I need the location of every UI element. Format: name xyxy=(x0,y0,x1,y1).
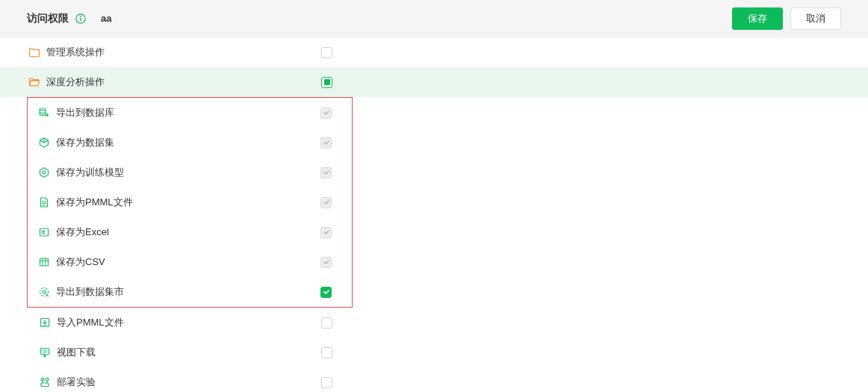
datamart-icon xyxy=(38,286,50,298)
pmml-file-icon xyxy=(38,196,50,208)
svg-point-8 xyxy=(43,290,46,293)
save-button[interactable]: 保存 xyxy=(732,7,783,30)
row-import-pmml[interactable]: 导入PMML文件 xyxy=(0,308,868,337)
row-label: 保存为Excel xyxy=(56,225,109,239)
checkbox-disabled-checked[interactable] xyxy=(320,137,332,149)
row-save-model[interactable]: 保存为训练模型 xyxy=(28,158,352,187)
row-label: 深度分析操作 xyxy=(46,75,105,89)
header-bar: 访问权限 aa 保存 取消 xyxy=(0,0,868,37)
row-export-db[interactable]: 导出到数据库 xyxy=(28,98,352,128)
checkbox-checked[interactable] xyxy=(320,287,332,298)
folder-icon xyxy=(28,46,40,58)
deploy-icon xyxy=(39,376,51,388)
svg-rect-5 xyxy=(40,228,49,236)
folder-row-system-manage[interactable]: 管理系统操作 xyxy=(0,37,868,67)
export-db-icon xyxy=(38,107,50,119)
svg-rect-10 xyxy=(41,349,49,355)
excel-icon xyxy=(38,226,50,238)
row-deploy-experiment[interactable]: 部署实验 xyxy=(0,367,868,392)
row-export-datamart[interactable]: 导出到数据集市 xyxy=(28,277,352,307)
cancel-button[interactable]: 取消 xyxy=(790,7,841,30)
row-label: 保存为CSV xyxy=(56,255,105,269)
row-save-excel[interactable]: 保存为Excel xyxy=(28,217,352,247)
folder-row-deep-analysis[interactable]: 深度分析操作 xyxy=(0,67,868,97)
row-label: 导入PMML文件 xyxy=(57,316,124,329)
subtitle-text: aa xyxy=(101,13,111,24)
download-icon xyxy=(39,346,51,358)
checkbox-indeterminate[interactable] xyxy=(321,77,332,88)
svg-point-1 xyxy=(80,16,81,17)
folder-open-icon xyxy=(28,76,40,88)
highlight-box: 导出到数据库 保存为数据集 保存为训练模型 xyxy=(27,97,353,308)
header-left: 访问权限 aa xyxy=(27,12,111,25)
row-label: 导出到数据集市 xyxy=(56,285,124,299)
row-save-csv[interactable]: 保存为CSV xyxy=(28,247,352,277)
svg-rect-6 xyxy=(40,258,49,266)
info-icon[interactable] xyxy=(75,13,86,24)
checkbox-empty[interactable] xyxy=(321,317,332,329)
svg-rect-13 xyxy=(41,383,49,387)
header-actions: 保存 取消 xyxy=(732,7,841,30)
checkbox-disabled-checked[interactable] xyxy=(320,197,332,208)
row-view-download[interactable]: 视图下载 xyxy=(0,337,868,367)
import-pmml-icon xyxy=(39,317,51,329)
row-label: 导出到数据库 xyxy=(56,106,114,119)
model-icon xyxy=(38,167,50,178)
row-label: 部署实验 xyxy=(57,376,96,389)
row-label: 保存为PMML文件 xyxy=(56,196,133,209)
checkbox-disabled-checked[interactable] xyxy=(320,227,332,238)
checkbox-empty[interactable] xyxy=(321,377,332,388)
svg-point-3 xyxy=(40,108,46,111)
checkbox-disabled-checked[interactable] xyxy=(320,167,332,178)
row-label: 管理系统操作 xyxy=(46,46,105,59)
svg-point-11 xyxy=(41,378,44,381)
row-label: 视图下载 xyxy=(57,346,96,359)
row-label: 保存为训练模型 xyxy=(56,166,124,179)
dataset-icon xyxy=(38,137,50,149)
permission-list: 管理系统操作 深度分析操作 导出到数据库 xyxy=(0,37,868,392)
checkbox-disabled-checked[interactable] xyxy=(320,257,332,268)
checkbox-empty[interactable] xyxy=(321,347,332,358)
checkbox-empty[interactable] xyxy=(321,47,332,58)
svg-point-4 xyxy=(43,171,46,174)
svg-rect-2 xyxy=(80,17,81,21)
page-title: 访问权限 xyxy=(27,12,69,25)
checkbox-disabled-checked[interactable] xyxy=(320,108,332,119)
svg-point-12 xyxy=(46,378,49,381)
csv-icon xyxy=(38,256,50,268)
row-save-pmml[interactable]: 保存为PMML文件 xyxy=(28,187,352,217)
row-label: 保存为数据集 xyxy=(56,136,114,149)
row-save-dataset[interactable]: 保存为数据集 xyxy=(28,128,352,158)
